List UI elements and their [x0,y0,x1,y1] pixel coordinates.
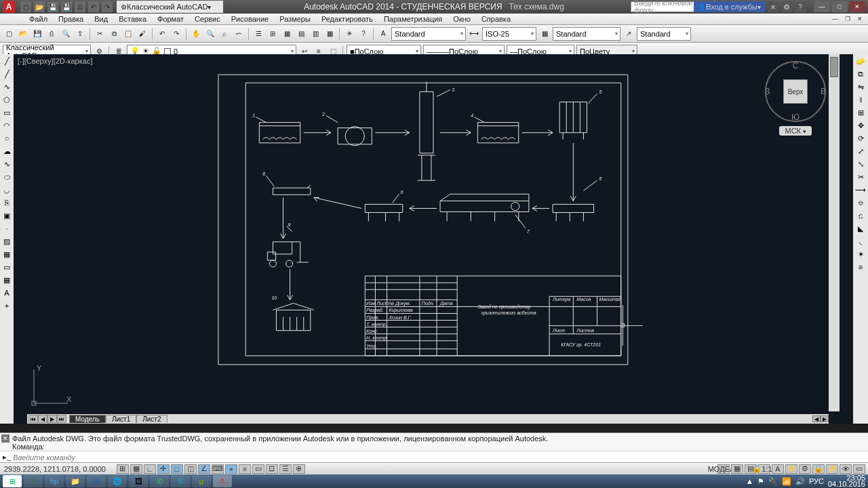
modelspace-button[interactable]: МОДЕЛЬ [717,464,730,474]
point-icon[interactable]: · [1,223,12,234]
copy2-icon[interactable]: ⧉ [855,68,866,79]
circle-icon[interactable]: ○ [1,133,12,144]
anno-auto-icon[interactable]: ⚡ [785,464,797,474]
stayconnected-icon[interactable]: ❂ [781,1,792,12]
new-icon[interactable]: ▢ [3,28,15,40]
redo-icon[interactable]: ↷ [170,28,182,40]
task-chrome-icon[interactable]: 🌐 [108,475,127,487]
child-minimize-button[interactable]: — [831,15,840,23]
publish-icon[interactable]: ⇪ [74,28,86,40]
qp-toggle[interactable]: ⊡ [266,464,278,474]
rectangle-icon[interactable]: ▭ [1,107,12,118]
toolpalette-icon[interactable]: ▦ [281,28,293,40]
extend-icon[interactable]: ⟶ [855,184,866,195]
dyn-toggle[interactable]: + [225,464,237,474]
mtext-icon[interactable]: A [1,287,12,298]
hscroll-right-button[interactable]: ▶ [821,415,829,422]
sc-toggle[interactable]: ☰ [279,464,292,474]
qat-new-icon[interactable]: ▢ [20,1,31,12]
toolbar-lock-icon[interactable]: 🔒 [812,464,825,474]
markup-icon[interactable]: ▥ [309,28,321,40]
render-icon[interactable]: ☀ [343,28,355,40]
menu-insert[interactable]: Вставка [113,15,152,23]
ellipsearc-icon[interactable]: ◡ [1,184,12,195]
am-toggle[interactable]: ⊕ [293,464,305,474]
vertical-scrollbar[interactable] [829,54,840,411]
quickview-layouts-icon[interactable]: ▦ [731,464,743,474]
help2-icon[interactable]: ? [357,28,370,40]
scale-icon[interactable]: ⤢ [855,146,866,157]
spline-icon[interactable]: ∿ [1,159,12,169]
tablestyle-dropdown[interactable]: Standard [553,27,620,41]
menu-window[interactable]: Окно [448,15,476,23]
offset-icon[interactable]: ⫴ [855,94,866,105]
stretch-icon[interactable]: ⤡ [855,159,866,169]
cut-icon[interactable]: ✂ [94,28,106,40]
ortho-toggle[interactable]: ∟ [144,464,156,474]
fillet-icon[interactable]: ◟ [855,236,866,247]
task-word-icon[interactable]: W [87,475,106,487]
zoomwin-icon[interactable]: ⌕ [218,28,231,40]
task-whatsapp-icon[interactable]: ✆ [150,475,169,487]
menu-parametric[interactable]: Параметризация [378,15,448,23]
task-utorrent-icon[interactable]: µ [192,475,211,487]
anno-vis-icon[interactable]: A [772,464,784,474]
textstyle-icon[interactable]: A [377,28,389,40]
command-input[interactable] [13,453,865,462]
tablestyle-icon[interactable]: ▦ [538,28,551,40]
horizontal-scrollbar[interactable] [177,415,804,422]
arc-icon[interactable]: ◠ [1,120,12,131]
drawing-canvas[interactable]: 1 2 3 4 5 6 [14,54,853,415]
hatch-icon[interactable]: ▨ [1,236,12,247]
matchprop-icon[interactable]: 🖌 [136,28,149,40]
paste-icon[interactable]: 📋 [122,28,134,40]
task-photos-icon[interactable]: 🖼 [129,475,148,487]
menu-edit[interactable]: Правка [53,15,89,23]
osnap-toggle[interactable]: □ [171,464,183,474]
draworder-icon[interactable]: ≡ [855,262,866,272]
table-icon[interactable]: ▦ [1,274,12,285]
task-explorer-icon[interactable]: 📁 [66,475,85,487]
quickcalc-icon[interactable]: ▦ [323,28,336,40]
otrack-toggle[interactable]: ∠ [198,464,210,474]
xline-icon[interactable]: ╱ [1,68,12,79]
qat-open-icon[interactable]: 📂 [34,1,45,12]
workspace-dropdown[interactable]: ⚙ Классический AutoCAD ▾ [117,1,223,13]
insert-icon[interactable]: ⎘ [1,197,12,208]
copy-icon[interactable]: ⧉ [108,28,120,40]
zoomprev-icon[interactable]: ⤺ [233,28,245,40]
ws-switch-icon[interactable]: ⚙ [799,464,811,474]
mleaderstyle-icon[interactable]: ↗ [623,28,635,40]
dimstyle-icon[interactable]: ⟷ [468,28,480,40]
trim-icon[interactable]: ✂ [855,171,866,182]
explode-icon[interactable]: ✶ [855,249,866,260]
close-button[interactable]: ✕ [849,1,865,12]
grid-toggle[interactable]: ▦ [130,464,142,474]
tab-next-button[interactable]: ▶ [47,415,57,423]
anno-scale[interactable]: 🔒 1:1 ▾ [758,464,770,474]
cleanscreen-icon[interactable]: ▭ [853,464,865,474]
menu-view[interactable]: Вид [89,15,113,23]
menu-format[interactable]: Формат [152,15,189,23]
start-button[interactable]: ⊞ [3,475,22,487]
menu-help[interactable]: Справка [476,15,516,23]
menu-file[interactable]: Файл [24,15,53,23]
textstyle-dropdown[interactable]: Standard [391,27,466,41]
ducs-toggle[interactable]: ⌨ [212,464,224,474]
erase-icon[interactable]: 🧽 [855,56,866,66]
tray-action-icon[interactable]: ⚑ [757,477,764,486]
task-skype-icon[interactable]: S [171,475,190,487]
move-icon[interactable]: ✥ [855,120,866,131]
preview-icon[interactable]: 🔍 [60,28,72,40]
mleaderstyle-dropdown[interactable]: Standard [637,27,691,41]
3dosnap-toggle[interactable]: ◫ [184,464,197,474]
layout-tab-2[interactable]: Лист2 [136,415,167,423]
mirror-icon[interactable]: ⇋ [855,81,866,92]
properties-icon[interactable]: ☰ [252,28,264,40]
ellipse-icon[interactable]: ⬭ [1,171,12,182]
minimize-button[interactable]: — [814,1,830,12]
line-icon[interactable]: ╱ [1,56,12,66]
coordinates-readout[interactable]: 2939.2228, 1211.0718, 0.0000 [0,465,110,473]
command-close-icon[interactable]: ✕ [1,434,9,443]
hardware-accel-icon[interactable]: ⚡ [826,464,838,474]
